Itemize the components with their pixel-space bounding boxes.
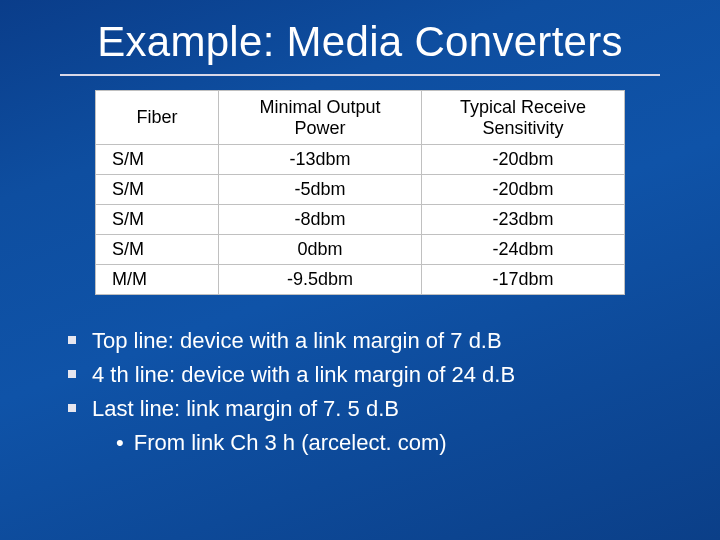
cell-fiber: S/M <box>96 145 219 175</box>
bullet-text: Top line: device with a link margin of 7… <box>92 325 672 357</box>
bullet-item: 4 th line: device with a link margin of … <box>68 359 672 391</box>
square-bullet-icon <box>68 336 76 344</box>
square-bullet-icon <box>68 370 76 378</box>
cell-output: -9.5dbm <box>219 265 422 295</box>
square-bullet-icon <box>68 404 76 412</box>
bullet-list: Top line: device with a link margin of 7… <box>68 325 672 459</box>
table-container: Fiber Minimal Output Power Typical Recei… <box>0 90 720 295</box>
bullet-text: Last line: link margin of 7. 5 d.B <box>92 393 672 425</box>
col-header-output: Minimal Output Power <box>219 91 422 145</box>
bullet-item: Top line: device with a link margin of 7… <box>68 325 672 357</box>
title-divider <box>60 74 660 76</box>
page-title: Example: Media Converters <box>0 0 720 66</box>
cell-sensitivity: -23dbm <box>422 205 625 235</box>
dot-bullet-icon: • <box>116 427 124 459</box>
col-header-sensitivity: Typical Receive Sensitivity <box>422 91 625 145</box>
sub-bullet-item: • From link Ch 3 h (arcelect. com) <box>116 427 672 459</box>
cell-fiber: S/M <box>96 205 219 235</box>
table-row: S/M -8dbm -23dbm <box>96 205 625 235</box>
table-header-row: Fiber Minimal Output Power Typical Recei… <box>96 91 625 145</box>
cell-sensitivity: -20dbm <box>422 175 625 205</box>
table-row: S/M -13dbm -20dbm <box>96 145 625 175</box>
cell-fiber: M/M <box>96 265 219 295</box>
cell-output: -8dbm <box>219 205 422 235</box>
media-converters-table: Fiber Minimal Output Power Typical Recei… <box>95 90 625 295</box>
slide: Example: Media Converters Fiber Minimal … <box>0 0 720 540</box>
sub-bullet-text: From link Ch 3 h (arcelect. com) <box>134 427 672 459</box>
cell-sensitivity: -24dbm <box>422 235 625 265</box>
bullet-text: 4 th line: device with a link margin of … <box>92 359 672 391</box>
cell-output: -5dbm <box>219 175 422 205</box>
table-row: S/M 0dbm -24dbm <box>96 235 625 265</box>
col-header-fiber: Fiber <box>96 91 219 145</box>
table-row: S/M -5dbm -20dbm <box>96 175 625 205</box>
cell-sensitivity: -17dbm <box>422 265 625 295</box>
table-row: M/M -9.5dbm -17dbm <box>96 265 625 295</box>
cell-output: -13dbm <box>219 145 422 175</box>
cell-sensitivity: -20dbm <box>422 145 625 175</box>
bullet-item: Last line: link margin of 7. 5 d.B <box>68 393 672 425</box>
cell-fiber: S/M <box>96 235 219 265</box>
cell-fiber: S/M <box>96 175 219 205</box>
cell-output: 0dbm <box>219 235 422 265</box>
